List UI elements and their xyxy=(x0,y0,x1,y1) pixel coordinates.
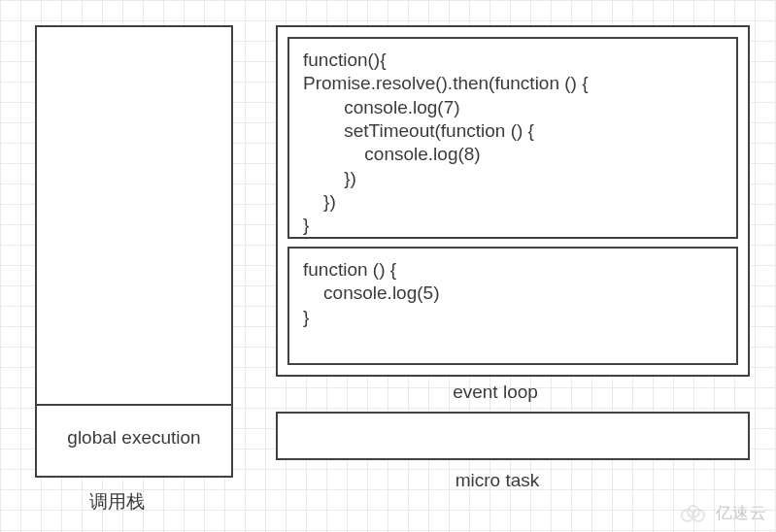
microtask-label: micro task xyxy=(420,470,575,491)
eventloop-code-2: function () { console.log(5) } xyxy=(289,249,736,339)
eventloop-label: event loop xyxy=(418,382,573,403)
callstack-frame-label: global execution xyxy=(37,427,231,449)
callstack-caption: 调用栈 xyxy=(58,489,175,515)
callstack-frame-global: global execution xyxy=(35,404,233,478)
diagram-stage: global execution 调用栈 function(){ Promise… xyxy=(0,0,776,532)
eventloop-codebox-1: function(){ Promise.resolve().then(funct… xyxy=(287,37,738,239)
eventloop-code-1: function(){ Promise.resolve().then(funct… xyxy=(289,39,736,248)
watermark: 亿速云 xyxy=(677,502,767,524)
microtask-queue xyxy=(276,412,750,460)
cloud-icon xyxy=(677,504,710,523)
watermark-text: 亿速云 xyxy=(716,502,767,524)
eventloop-codebox-2: function () { console.log(5) } xyxy=(287,247,738,365)
